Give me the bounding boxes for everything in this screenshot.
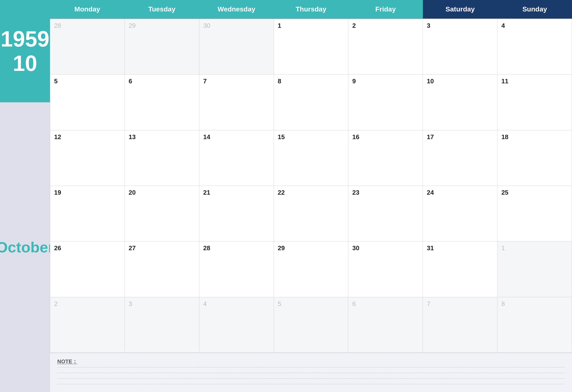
day-number: 2	[54, 300, 121, 308]
day-cell-w5-d0[interactable]: 2	[50, 297, 125, 353]
day-cell-w5-d5[interactable]: 7	[423, 297, 497, 353]
day-cell-w1-d5[interactable]: 10	[423, 75, 497, 130]
day-cell-w2-d0[interactable]: 12	[50, 130, 125, 186]
notes-area: NOTE：	[50, 353, 572, 392]
day-number: 25	[501, 189, 568, 196]
day-cell-w3-d0[interactable]: 19	[50, 186, 125, 241]
day-number: 24	[427, 189, 493, 196]
day-number: 4	[203, 300, 270, 308]
day-number: 1	[278, 22, 344, 30]
day-number: 21	[203, 189, 270, 196]
day-number: 6	[129, 78, 195, 85]
day-cell-w4-d2[interactable]: 28	[199, 241, 274, 297]
day-number: 9	[352, 78, 419, 85]
day-number: 11	[501, 78, 568, 85]
day-number: 18	[501, 133, 568, 141]
day-cell-w1-d6[interactable]: 11	[497, 75, 572, 130]
day-number: 5	[278, 300, 344, 308]
day-number: 4	[501, 22, 568, 30]
day-cell-w0-d4[interactable]: 2	[348, 19, 423, 75]
day-cell-w3-d5[interactable]: 24	[423, 186, 497, 241]
day-cell-w5-d6[interactable]: 8	[497, 297, 572, 353]
note-line-2	[57, 373, 565, 373]
day-cell-w3-d4[interactable]: 23	[348, 186, 423, 241]
header-saturday: Saturday	[423, 0, 497, 18]
day-cell-w1-d4[interactable]: 9	[348, 75, 423, 130]
day-number: 20	[129, 189, 195, 196]
day-cell-w4-d6[interactable]: 1	[497, 241, 572, 297]
day-number: 22	[278, 189, 344, 196]
day-cell-w0-d1[interactable]: 29	[125, 19, 199, 75]
day-number: 17	[427, 133, 493, 141]
day-cell-w3-d6[interactable]: 25	[497, 186, 572, 241]
day-number: 27	[129, 244, 195, 252]
note-label: NOTE：	[57, 358, 565, 365]
day-number: 7	[203, 78, 270, 85]
day-number: 13	[129, 133, 195, 141]
header-sunday: Sunday	[497, 0, 572, 18]
day-cell-w3-d1[interactable]: 20	[125, 186, 199, 241]
calendar-grid: 2829301234567891011121314151617181920212…	[50, 19, 572, 353]
day-cell-w2-d1[interactable]: 13	[125, 130, 199, 186]
sidebar: 1959 10 October	[0, 0, 50, 392]
day-cell-w2-d3[interactable]: 15	[274, 130, 349, 186]
day-number: 14	[203, 133, 270, 141]
day-cell-w5-d1[interactable]: 3	[125, 297, 199, 353]
day-cell-w0-d0[interactable]: 28	[50, 19, 125, 75]
day-number: 1	[501, 244, 568, 252]
day-cell-w3-d3[interactable]: 22	[274, 186, 349, 241]
day-cell-w2-d2[interactable]: 14	[199, 130, 274, 186]
header-thursday: Thursday	[274, 0, 348, 18]
day-number: 23	[352, 189, 419, 196]
day-cell-w5-d3[interactable]: 5	[274, 297, 349, 353]
day-cell-w3-d2[interactable]: 21	[199, 186, 274, 241]
day-number: 15	[278, 133, 344, 141]
day-number: 29	[129, 22, 195, 30]
day-number: 29	[278, 244, 344, 252]
header-wednesday: Wednesday	[199, 0, 274, 18]
day-number: 3	[129, 300, 195, 308]
day-cell-w1-d0[interactable]: 5	[50, 75, 125, 130]
sidebar-top: 1959 10	[0, 0, 50, 102]
day-cell-w4-d3[interactable]: 29	[274, 241, 349, 297]
note-line-3	[57, 378, 565, 379]
day-number: 12	[54, 133, 121, 141]
day-number: 2	[352, 22, 419, 30]
day-cell-w5-d4[interactable]: 6	[348, 297, 423, 353]
day-number: 8	[501, 300, 568, 308]
day-number: 6	[352, 300, 419, 308]
day-cell-w1-d2[interactable]: 7	[199, 75, 274, 130]
day-cell-w4-d0[interactable]: 26	[50, 241, 125, 297]
header-monday: Monday	[50, 0, 125, 18]
day-cell-w5-d2[interactable]: 4	[199, 297, 274, 353]
day-number: 10	[427, 78, 493, 85]
day-cell-w0-d5[interactable]: 3	[423, 19, 497, 75]
day-cell-w1-d1[interactable]: 6	[125, 75, 199, 130]
calendar-area: MondayTuesdayWednesdayThursdayFridaySatu…	[50, 0, 572, 392]
day-number: 26	[54, 244, 121, 252]
header-friday: Friday	[348, 0, 423, 18]
day-cell-w2-d5[interactable]: 17	[423, 130, 497, 186]
month-name-label: October	[0, 238, 54, 256]
day-number: 30	[203, 22, 270, 30]
day-number: 31	[427, 244, 493, 252]
day-cell-w2-d6[interactable]: 18	[497, 130, 572, 186]
header-tuesday: Tuesday	[125, 0, 199, 18]
day-number: 3	[427, 22, 493, 30]
note-line-1	[57, 367, 565, 367]
day-cell-w2-d4[interactable]: 16	[348, 130, 423, 186]
year-label: 1959	[0, 28, 49, 50]
day-cell-w4-d1[interactable]: 27	[125, 241, 199, 297]
day-cell-w4-d4[interactable]: 30	[348, 241, 423, 297]
day-cell-w1-d3[interactable]: 8	[274, 75, 349, 130]
day-number: 8	[278, 78, 344, 85]
month-number-label: 10	[13, 52, 37, 74]
day-number: 30	[352, 244, 419, 252]
day-number: 19	[54, 189, 121, 196]
day-cell-w0-d2[interactable]: 30	[199, 19, 274, 75]
day-cell-w0-d3[interactable]: 1	[274, 19, 349, 75]
day-number: 7	[427, 300, 493, 308]
day-number: 16	[352, 133, 419, 141]
day-cell-w0-d6[interactable]: 4	[497, 19, 572, 75]
day-cell-w4-d5[interactable]: 31	[423, 241, 497, 297]
